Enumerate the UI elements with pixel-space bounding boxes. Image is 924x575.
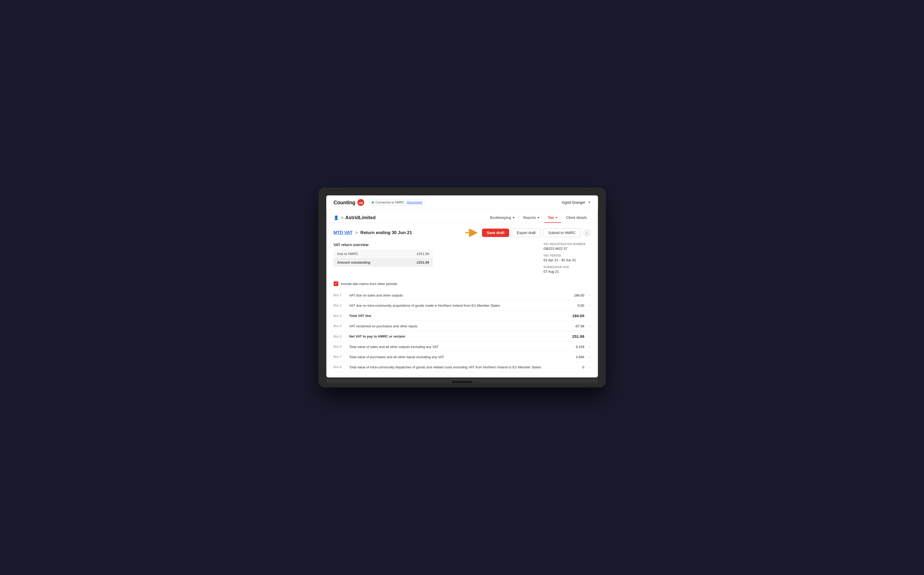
box-3-desc: Total VAT due: [349, 314, 566, 318]
save-draft-button[interactable]: Save draft: [482, 229, 509, 237]
box-4-chevron-icon: ›: [584, 324, 591, 328]
vat-registration-label: VAT REGISTRATION NUMBER: [544, 243, 591, 246]
vat-box-8-row[interactable]: Box 8 Total value of intra-community dis…: [333, 362, 591, 372]
box-3-value: 184.00: [566, 313, 584, 318]
box-6-desc: Total value of sales and all other outpu…: [349, 345, 566, 349]
vat-box-3-row: Box 3 Total VAT due 184.00: [333, 311, 591, 321]
export-draft-button[interactable]: Export draft: [512, 228, 540, 237]
nav-client-details[interactable]: Client details: [562, 213, 591, 223]
company-name: AstridLimited: [345, 215, 376, 221]
box-7-label: Box 7: [333, 355, 349, 359]
overview-due-value: £251.99: [417, 252, 429, 256]
overview-table-wrap: VAT return overview Due to HMRC £251.99 …: [333, 243, 533, 267]
vat-period-section: VAT PERIOD 01 Apr 21 - 30 Jun 21: [544, 254, 591, 262]
box-4-desc: VAT reclaimed on purchases and other inp…: [349, 324, 566, 328]
mtd-vat-link[interactable]: MTD VAT: [333, 230, 352, 235]
overview-outstanding-label: Amount outstanding: [337, 260, 370, 264]
submit-hmrc-button[interactable]: Submit to HMRC: [543, 228, 581, 237]
disconnect-link[interactable]: Disconnect: [407, 201, 422, 204]
title-sep: >: [355, 230, 358, 235]
box-4-label: Box 4: [333, 324, 349, 328]
vat-registration-value: GB223 4622 37: [544, 246, 591, 251]
box-5-value: 251.99: [566, 334, 584, 338]
overview-due-label: Due to HMRC: [337, 252, 359, 256]
box-5-desc: Net VAT to pay to HMRC or reclaim: [349, 334, 566, 338]
box-2-chevron-icon: ›: [584, 303, 591, 308]
box-8-chevron-icon: ›: [584, 365, 591, 369]
submission-due-section: SUBMISSION DUE 07 Aug 21: [544, 266, 591, 273]
box-6-label: Box 6: [333, 345, 349, 348]
box-4-value: -67.99: [566, 324, 584, 328]
nav-bookkeeping-label: Bookkeeping: [490, 216, 511, 220]
nav-reports-caret-icon: [537, 217, 540, 218]
nav-tax[interactable]: Tax: [544, 213, 561, 223]
info-button[interactable]: i: [583, 229, 591, 237]
overview-layout: VAT return overview Due to HMRC £251.99 …: [333, 243, 591, 277]
vat-boxes-list: Box 1 VAT due on sales and other outputs…: [333, 290, 591, 372]
hmrc-status-text: Connected to HMRC.: [375, 201, 405, 204]
page-title-left: MTD VAT > Return ending 30 Jun 21: [333, 230, 412, 235]
nav-tax-label: Tax: [548, 216, 554, 220]
box-3-label: Box 3: [333, 314, 349, 318]
vat-box-1-row[interactable]: Box 1 VAT due on sales and other outputs…: [333, 290, 591, 300]
nav-menu: Bookkeeping Reports Tax Client details: [486, 213, 591, 222]
user-name: Ingrid Granger: [562, 200, 585, 205]
box-2-value: 0.00: [566, 303, 584, 308]
box-7-chevron-icon: ›: [584, 355, 591, 359]
page-title: Return ending 30 Jun 21: [360, 230, 412, 235]
nav-bookkeeping[interactable]: Bookkeeping: [486, 213, 518, 223]
vat-period-value: 01 Apr 21 - 30 Jun 21: [544, 258, 591, 262]
submission-due-label: SUBMISSION DUE: [544, 266, 591, 268]
nav-reports-label: Reports: [523, 216, 536, 220]
user-menu-chevron-icon: [588, 202, 591, 203]
nav-reports[interactable]: Reports: [519, 213, 543, 223]
page-title-row: MTD VAT > Return ending 30 Jun 21: [333, 228, 591, 237]
box-8-label: Box 8: [333, 365, 349, 369]
overview-row-due: Due to HMRC £251.99: [333, 249, 433, 258]
vat-registration-section: VAT REGISTRATION NUMBER GB223 4622 37: [544, 243, 591, 251]
box-7-value: 2,646: [566, 355, 584, 359]
user-menu[interactable]: Ingrid Granger: [562, 200, 591, 205]
arrow-annotation: [464, 228, 478, 237]
logo: Counting up: [333, 199, 364, 206]
overview-row-outstanding: Amount outstanding £251.99: [333, 258, 433, 267]
box-5-label: Box 5: [333, 335, 349, 338]
box-6-chevron-icon: ›: [584, 345, 591, 349]
nav-tax-caret-icon: [556, 217, 557, 218]
vat-box-6-row[interactable]: Box 6 Total value of sales and all other…: [333, 342, 591, 352]
box-6-value: 9,159: [566, 345, 584, 349]
breadcrumb-sep: >: [341, 216, 343, 220]
vat-box-7-row[interactable]: Box 7 Total value of purchases and all o…: [333, 352, 591, 362]
box-2-desc: VAT due on intra-community acquisitions …: [349, 303, 566, 308]
overview-title: VAT return overview: [333, 243, 533, 247]
late-claims-label: Include late claims from other periods: [341, 282, 397, 286]
person-icon: 👤: [333, 215, 339, 220]
logo-text: Counting: [333, 200, 356, 206]
hmrc-status: Connected to HMRC. Disconnect: [368, 199, 425, 206]
logo-badge: up: [357, 199, 364, 206]
vat-box-5-row: Box 5 Net VAT to pay to HMRC or reclaim …: [333, 331, 591, 342]
box-1-label: Box 1: [333, 293, 349, 297]
vat-box-4-row[interactable]: Box 4 VAT reclaimed on purchases and oth…: [333, 321, 591, 331]
box-2-label: Box 2: [333, 303, 349, 307]
connected-dot: [372, 202, 374, 203]
submission-due-value: 07 Aug 21: [544, 270, 591, 273]
late-claims-row: Include late claims from other periods: [333, 281, 591, 286]
box-1-chevron-icon: ›: [584, 293, 591, 297]
overview-outstanding-value: £251.99: [417, 260, 429, 264]
box-1-desc: VAT due on sales and other outputs: [349, 293, 566, 297]
breadcrumb: 👤 > AstridLimited: [333, 215, 376, 221]
vat-period-label: VAT PERIOD: [544, 254, 591, 257]
late-claims-checkbox[interactable]: [333, 281, 338, 286]
vat-box-2-row[interactable]: Box 2 VAT due on intra-community acquisi…: [333, 300, 591, 311]
nav-client-details-label: Client details: [566, 216, 587, 220]
box-8-value: 0: [566, 365, 584, 369]
box-7-desc: Total value of purchases and all other i…: [349, 355, 566, 359]
page-actions: Save draft Export draft Submit to HMRC i: [464, 228, 591, 237]
nav-bookkeeping-caret-icon: [513, 217, 514, 218]
vat-meta: VAT REGISTRATION NUMBER GB223 4622 37 VA…: [544, 243, 591, 277]
main-nav: 👤 > AstridLimited Bookkeeping Reports Ta…: [326, 210, 598, 223]
overview-table: Due to HMRC £251.99 Amount outstanding £…: [333, 249, 433, 267]
box-1-value: 184.00: [566, 293, 584, 297]
box-8-desc: Total value of intra-community dispatche…: [349, 365, 566, 369]
